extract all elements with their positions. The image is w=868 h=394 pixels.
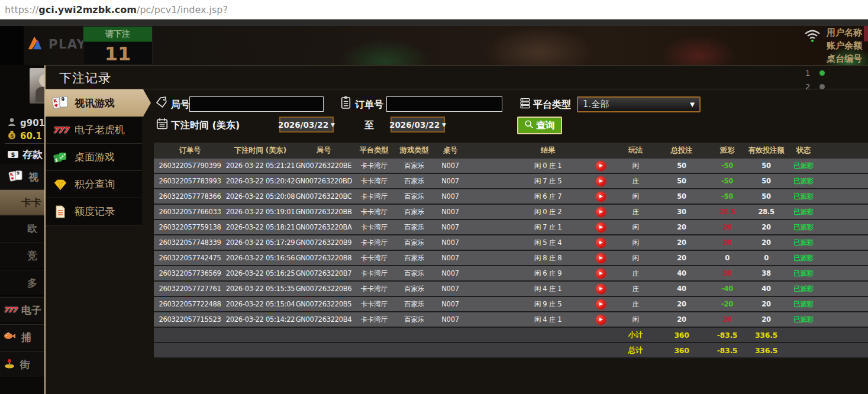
play-video-button[interactable]: [596, 284, 606, 294]
subtotal-payout: -83.5: [708, 328, 747, 342]
cell-valid-bet: 50: [747, 189, 786, 204]
order-no-input[interactable]: [386, 96, 502, 112]
cell-status: 已派彩: [786, 174, 821, 188]
cell-table-no: N007: [433, 174, 467, 188]
play-video-button[interactable]: [596, 315, 606, 325]
cell-table-no: N007: [433, 266, 467, 280]
cell-total-bet: 20: [656, 312, 708, 327]
cell-bet-time: 2026-03-22 05:14:22: [226, 312, 295, 327]
divider: [46, 89, 868, 89]
play-video-button[interactable]: [596, 238, 606, 248]
menu-item-label: 视讯游戏: [75, 96, 115, 110]
play-video-button[interactable]: [596, 207, 606, 217]
platform-type-icon: [519, 97, 531, 112]
caret-down-icon: ▼: [442, 122, 446, 128]
cell-platform: 卡卡湾厅: [353, 189, 395, 204]
username-label: 用户名称: [827, 27, 862, 38]
document-icon: [50, 205, 70, 219]
menu-item-slots[interactable]: 777 电子老虎机: [46, 117, 142, 144]
cell-play: 闲: [615, 251, 656, 265]
cell-status: 已派彩: [786, 220, 821, 234]
cell-platform: 卡卡湾厅: [353, 159, 395, 173]
calendar-icon: [156, 117, 169, 133]
cell-payout: 38: [708, 266, 747, 280]
date-from-picker[interactable]: 2026/03/22 ▼: [279, 117, 334, 133]
col-header-status: 状态: [786, 143, 821, 159]
cell-round-no: GN007263220B4: [295, 312, 353, 327]
cell-platform: 卡卡湾厅: [353, 205, 395, 219]
cell-table-no: N007: [433, 205, 467, 219]
cell-round-no: GN007263220BB: [295, 205, 353, 219]
cell-bet-time: 2026-03-22 05:16:25: [226, 266, 295, 280]
platform-type-select[interactable]: 1.全部 ▼: [577, 96, 701, 112]
cell-table-no: N007: [433, 159, 467, 173]
cell-video: [586, 297, 615, 311]
cell-table-no: N007: [433, 312, 467, 327]
cell-total-bet: 20: [656, 220, 708, 234]
query-button[interactable]: 查询: [517, 117, 562, 134]
bet-timer-label: 请下注: [83, 27, 152, 42]
play-video-button[interactable]: [596, 176, 606, 186]
stream-mark-1: 1: [805, 69, 810, 77]
play-video-button[interactable]: [596, 161, 606, 171]
menu-item-label: 额度记录: [75, 205, 115, 218]
subtotal-label: 小计: [615, 328, 656, 342]
cell-video: [586, 266, 615, 280]
menu-item-table-games[interactable]: $ 桌面游戏: [46, 144, 142, 171]
menu-item-credit-records[interactable]: 额度记录: [46, 198, 142, 225]
play-icon: [599, 241, 603, 244]
cell-status: 已派彩: [786, 189, 821, 204]
deposit-button[interactable]: $ 存款: [7, 148, 43, 162]
cell-play: 闲: [615, 235, 656, 250]
balance-label: 账户余额: [827, 40, 862, 51]
cell-result: 闲 0 庄 2: [467, 205, 586, 219]
table-games-icon: $: [50, 150, 70, 164]
bet-timer-countdown: 11: [83, 42, 152, 66]
play-icon: [599, 210, 603, 214]
cell-order-no: 260322057778366: [154, 189, 226, 204]
cell-valid-bet: 20: [747, 220, 786, 234]
play-video-button[interactable]: [596, 253, 606, 263]
cell-filler: [821, 220, 868, 234]
cell-bet-time: 2026-03-22 05:15:35: [226, 282, 295, 296]
play-icon: [599, 318, 603, 321]
cell-video: [586, 159, 615, 173]
menu-item-points[interactable]: 积分查询: [46, 171, 142, 198]
col-header-play: 玩法: [615, 143, 656, 159]
browser-address-bar[interactable]: https://gci.ywi2mzbk.com/pc/pcv1/index.j…: [0, 0, 868, 20]
menu-item-video-games[interactable]: K♥9 视讯游戏: [46, 89, 151, 117]
total-valid-bet: 336.5: [747, 343, 786, 357]
cell-filler: [821, 282, 868, 296]
cell-result: 闲 7 庄 5: [467, 174, 586, 188]
play-video-button[interactable]: [596, 192, 606, 202]
cell-status: 已派彩: [786, 312, 821, 327]
cell-table-no: N007: [433, 251, 467, 265]
play-video-button[interactable]: [596, 299, 606, 309]
cell-play: 闲: [615, 220, 656, 234]
table-row: 260322057759138 2026-03-22 05:18:21 GN00…: [154, 220, 868, 235]
cell-status: 已派彩: [786, 159, 821, 173]
cell-order-no: 260322057736569: [154, 266, 226, 280]
chrome-strip: [0, 20, 868, 26]
cell-result: 闲 4 庄 1: [467, 312, 586, 327]
play-video-button[interactable]: [596, 269, 606, 279]
cell-round-no: GN007263220B8: [295, 251, 353, 265]
cell-total-bet: 20: [656, 297, 708, 311]
cell-platform: 卡卡湾厅: [353, 251, 395, 265]
round-no-input[interactable]: [189, 96, 324, 112]
bg-nav-label: 捕: [21, 331, 31, 344]
cell-total-bet: 50: [656, 159, 708, 173]
date-to-picker[interactable]: 2026/03/22 ▼: [391, 117, 445, 133]
cell-play: 庄: [615, 174, 656, 188]
cell-game-type: 百家乐: [395, 159, 433, 173]
col-header-payout: 派彩: [708, 143, 747, 159]
play-video-button[interactable]: [596, 222, 606, 232]
cell-platform: 卡卡湾厅: [353, 174, 395, 188]
cell-table-no: N007: [433, 297, 467, 311]
deposit-icon: $: [7, 149, 19, 161]
cards-icon: K♥9: [50, 95, 70, 111]
slots-777-icon: 777: [50, 125, 70, 135]
cell-video: [586, 251, 615, 265]
url-host: gci.ywi2mzbk.com: [38, 4, 137, 15]
to-label: 至: [364, 120, 374, 132]
